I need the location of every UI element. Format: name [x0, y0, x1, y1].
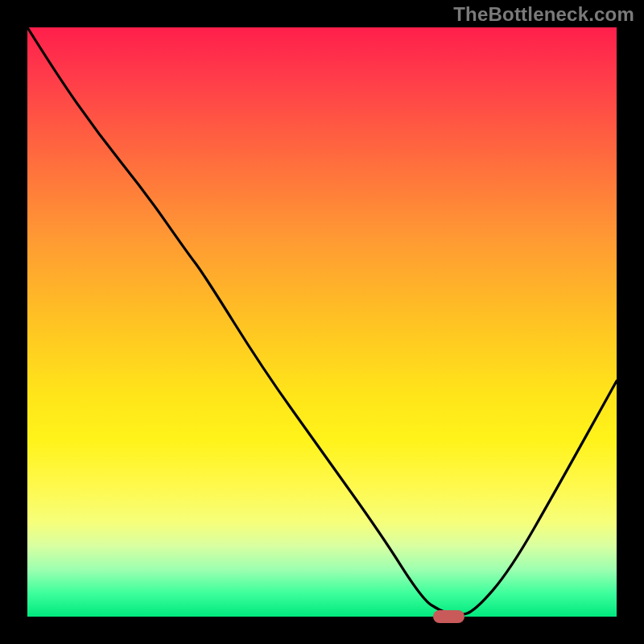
watermark-text: TheBottleneck.com: [453, 3, 634, 26]
optimum-marker: [433, 610, 465, 623]
chart-frame: TheBottleneck.com: [0, 0, 644, 644]
bottleneck-curve-svg: [27, 27, 617, 617]
bottleneck-curve-path: [27, 27, 617, 615]
